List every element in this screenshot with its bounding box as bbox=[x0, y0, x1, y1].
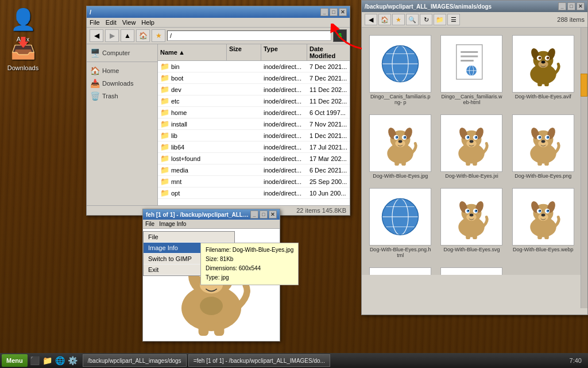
popup-maximize[interactable]: □ bbox=[260, 210, 268, 218]
viewer-close[interactable]: ✕ bbox=[577, 2, 585, 10]
table-row[interactable]: 📁bin inode/direct... 7 Dec 2021... bbox=[158, 61, 350, 72]
svg-rect-89 bbox=[473, 233, 478, 239]
maximize-button[interactable]: □ bbox=[330, 8, 338, 16]
viewer-home[interactable]: 🏠 bbox=[378, 14, 391, 25]
path-input[interactable] bbox=[167, 30, 331, 41]
viewer-grid: Dingo__Canis_familiaris.png- p Dingo__Ca… bbox=[362, 28, 587, 275]
svg-rect-103 bbox=[544, 233, 549, 239]
forward-button[interactable]: ▶ bbox=[105, 29, 119, 42]
thumbnail-label: Dog-With-Blue-Eyes.png bbox=[514, 173, 571, 179]
table-row[interactable]: 📁lib inode/direct... 1 Dec 2021... bbox=[158, 130, 350, 141]
sidebar-home-label: Home bbox=[102, 67, 119, 74]
table-row[interactable]: 📁install inode/direct... 7 Nov 2021... bbox=[158, 118, 350, 130]
thumbnail-box bbox=[512, 35, 574, 93]
viewer-title: /backup/wpclipart_ALL_IMAGES/animals/dog… bbox=[365, 3, 492, 10]
list-item[interactable]: Dog-With-Blue-Eyes.avif bbox=[509, 32, 577, 108]
col-type[interactable]: Type bbox=[261, 44, 307, 60]
taskbar-feh-button[interactable]: =feh [1 of 1] - /backup/wpclipart_ALL_IM… bbox=[188, 354, 330, 367]
up-button[interactable]: ▲ bbox=[121, 29, 134, 42]
popup-menu-imageinfo[interactable]: Image Info bbox=[159, 221, 186, 227]
back-button[interactable]: ◀ bbox=[90, 29, 103, 42]
svg-point-87 bbox=[476, 210, 477, 211]
table-row[interactable]: 📁lost+found inode/direct... 17 Mar 202..… bbox=[158, 153, 350, 164]
menu-edit[interactable]: Edit bbox=[106, 19, 117, 26]
downloads-icon: 📥 bbox=[9, 34, 37, 62]
col-date[interactable]: Date Modified bbox=[307, 44, 350, 60]
popup-minimize[interactable]: _ bbox=[250, 210, 258, 218]
svg-point-33 bbox=[399, 140, 403, 143]
terminal-button[interactable]: $ bbox=[333, 29, 347, 42]
file-list-scroll[interactable]: 📁bin inode/direct... 7 Dec 2021... 📁boot… bbox=[158, 61, 350, 205]
file-manager-sidebar: 🖥️ Computer 🏠 Home 📥 Downloads 🗑️ Trash bbox=[87, 44, 158, 205]
svg-point-24 bbox=[540, 57, 541, 58]
sidebar-item-trash[interactable]: 🗑️ Trash bbox=[87, 90, 157, 102]
table-row[interactable]: 📁mnt inode/direct... 25 Sep 200... bbox=[158, 176, 350, 187]
menu-file[interactable]: File bbox=[90, 19, 100, 26]
viewer-folder[interactable]: 📁 bbox=[434, 14, 446, 25]
popup-menu-bar: File Image Info bbox=[143, 220, 280, 229]
home-button[interactable]: 🏠 bbox=[136, 29, 150, 42]
list-item[interactable]: Dingo__Canis_familiaris.png- p bbox=[366, 32, 434, 108]
taskbar-menu[interactable]: Menu bbox=[2, 354, 28, 367]
viewer-scroll-area[interactable]: Dingo__Canis_familiaris.png- p Dingo__Ca… bbox=[362, 28, 587, 308]
table-row[interactable]: 📁home inode/direct... 6 Oct 1997... bbox=[158, 107, 350, 118]
viewer-minimize[interactable]: _ bbox=[558, 2, 566, 10]
list-item[interactable]: Dingo__Canis_familiaris.web-html bbox=[438, 32, 505, 108]
list-item[interactable]: Dog-With-Blue-Eyes.png.html bbox=[366, 185, 434, 261]
svg-rect-55 bbox=[473, 159, 478, 166]
table-row[interactable]: 📁opt inode/direct... 10 Jun 200... bbox=[158, 187, 350, 199]
sidebar-item-downloads[interactable]: 📥 Downloads bbox=[87, 77, 157, 90]
list-item[interactable]: Dog-With-Blue-Eyes.png bbox=[509, 112, 577, 182]
viewer-bookmark[interactable]: ★ bbox=[392, 14, 405, 25]
taskbar-quick-launch: ⬛ 📁 🌐 ⚙️ bbox=[29, 355, 79, 366]
menu-help[interactable]: Help bbox=[141, 19, 154, 26]
viewer-back[interactable]: ◀ bbox=[365, 14, 377, 25]
table-row[interactable]: 📁boot inode/direct... 7 Dec 2021... bbox=[158, 72, 350, 84]
viewer-search[interactable]: 🔍 bbox=[406, 14, 419, 25]
table-row[interactable]: 📁dev inode/direct... 11 Dec 202... bbox=[158, 84, 350, 95]
table-row[interactable]: 📁lib64 inode/direct... 17 Jul 2021... bbox=[158, 141, 350, 153]
thumbnail-box bbox=[369, 267, 431, 275]
thumbnail-box bbox=[440, 188, 502, 246]
image-popup-title: feh [1 of 1] - /backup/wpclipart_ALL_... bbox=[146, 212, 249, 218]
svg-point-53 bbox=[476, 136, 477, 137]
col-name[interactable]: Name ▲ bbox=[158, 44, 227, 60]
file-manager-titlebar[interactable]: / _ □ ✕ bbox=[87, 6, 350, 18]
taskbar-settings-icon[interactable]: ⚙️ bbox=[67, 355, 79, 366]
image-popup-titlebar[interactable]: feh [1 of 1] - /backup/wpclipart_ALL_...… bbox=[143, 209, 280, 220]
svg-rect-40 bbox=[394, 159, 399, 166]
minimize-button[interactable]: _ bbox=[320, 8, 328, 16]
svg-rect-68 bbox=[537, 159, 542, 166]
svg-point-67 bbox=[548, 136, 549, 137]
list-item[interactable] bbox=[438, 264, 505, 275]
svg-rect-127 bbox=[199, 322, 209, 336]
viewer-maximize[interactable]: □ bbox=[567, 2, 575, 10]
taskbar-term-icon[interactable]: ⬛ bbox=[29, 355, 41, 366]
viewer-scrollbar[interactable] bbox=[581, 28, 587, 308]
taskbar-browser-icon[interactable]: 🌐 bbox=[55, 355, 66, 366]
menu-view[interactable]: View bbox=[122, 19, 136, 26]
viewer-reload[interactable]: ↻ bbox=[420, 14, 432, 25]
sidebar-item-computer[interactable]: 🖥️ Computer bbox=[87, 47, 157, 59]
list-item[interactable]: Dog-With-Blue-Eyes.webp bbox=[509, 185, 577, 261]
desktop-icon-downloads[interactable]: 📥 Downloads bbox=[3, 34, 43, 71]
context-file[interactable]: File bbox=[144, 232, 234, 243]
table-row[interactable]: 📁etc inode/direct... 11 Dec 202... bbox=[158, 95, 350, 107]
svg-point-47 bbox=[470, 140, 474, 143]
list-item[interactable]: Dog-With-Blue-Eyes.jpg bbox=[366, 112, 434, 182]
viewer-scroll-thumb[interactable] bbox=[581, 74, 587, 97]
table-row[interactable]: 📁media inode/direct... 6 Dec 2021... bbox=[158, 164, 350, 176]
close-button[interactable]: ✕ bbox=[339, 8, 347, 16]
bookmark-button[interactable]: ★ bbox=[152, 29, 165, 42]
viewer-view[interactable]: ☰ bbox=[447, 14, 460, 25]
sidebar-item-home[interactable]: 🏠 Home bbox=[87, 64, 157, 77]
taskbar-files-icon[interactable]: 📁 bbox=[42, 355, 53, 366]
taskbar-fm-button[interactable]: /backup/wpclipart_ALL_images/dogs bbox=[83, 354, 187, 367]
viewer-titlebar[interactable]: /backup/wpclipart_ALL_IMAGES/animals/dog… bbox=[362, 1, 587, 12]
list-item[interactable]: Dog-With-Blue-Eyes.jxi bbox=[438, 112, 505, 182]
col-size[interactable]: Size bbox=[227, 44, 261, 60]
popup-close[interactable]: ✕ bbox=[269, 210, 277, 218]
list-item[interactable] bbox=[366, 264, 434, 275]
popup-menu-file[interactable]: File bbox=[145, 221, 154, 227]
list-item[interactable]: Dog-With-Blue-Eyes.svg bbox=[438, 185, 505, 261]
